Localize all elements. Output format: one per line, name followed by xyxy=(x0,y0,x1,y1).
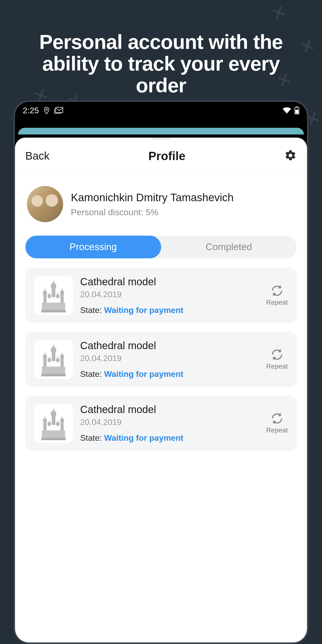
order-thumbnail xyxy=(34,340,73,379)
background-peek xyxy=(18,128,304,134)
svg-rect-4 xyxy=(295,110,298,114)
svg-rect-14 xyxy=(41,310,66,312)
status-bar: 2:25 xyxy=(15,102,307,119)
svg-rect-23 xyxy=(42,366,65,375)
page-title: Profile xyxy=(148,149,185,163)
svg-rect-33 xyxy=(42,430,65,439)
svg-rect-20 xyxy=(61,358,64,367)
profile-section: Kamonichkin Dmitry Tamashevich Personal … xyxy=(15,174,307,233)
tab-bar: Processing Completed xyxy=(25,236,297,258)
repeat-button[interactable]: Repeat xyxy=(266,412,288,434)
svg-rect-1 xyxy=(56,107,63,113)
svg-point-0 xyxy=(46,109,47,110)
repeat-icon xyxy=(271,412,283,425)
cathedral-icon xyxy=(38,279,69,312)
location-icon xyxy=(43,107,50,114)
svg-rect-26 xyxy=(52,416,55,425)
order-thumbnail xyxy=(34,276,73,315)
phone-frame: 2:25 Back Profile xyxy=(13,100,309,644)
repeat-label: Repeat xyxy=(266,362,288,370)
order-title: Cathedral model xyxy=(80,404,259,415)
profile-name: Kamonichkin Dmitry Tamashevich xyxy=(71,191,295,205)
gear-icon xyxy=(284,149,297,162)
svg-point-32 xyxy=(56,422,59,426)
svg-rect-30 xyxy=(61,422,64,431)
tab-completed[interactable]: Completed xyxy=(161,236,297,258)
order-date: 20.04.2019 xyxy=(80,354,259,363)
svg-rect-6 xyxy=(52,288,55,297)
order-state-label: State: xyxy=(80,369,102,379)
svg-point-31 xyxy=(47,422,51,426)
repeat-label: Repeat xyxy=(266,426,288,434)
repeat-icon xyxy=(271,348,283,361)
order-state-label: State: xyxy=(80,305,102,315)
bottom-sheet: Back Profile Kamonichkin Dmitry Tamashev… xyxy=(15,138,307,644)
repeat-button[interactable]: Repeat xyxy=(266,284,288,306)
svg-rect-24 xyxy=(41,374,66,376)
svg-point-12 xyxy=(56,294,59,298)
sheet-handle[interactable] xyxy=(152,138,170,140)
app-bar: Back Profile xyxy=(15,140,307,174)
order-state-value: Waiting for payment xyxy=(104,305,183,315)
order-card[interactable]: Cathedral model 20.04.2019 State: Waitin… xyxy=(25,268,297,323)
svg-rect-18 xyxy=(43,358,47,367)
svg-rect-28 xyxy=(43,422,47,431)
svg-rect-8 xyxy=(43,294,47,303)
order-state-label: State: xyxy=(80,433,102,443)
repeat-label: Repeat xyxy=(266,298,288,306)
battery-icon xyxy=(295,107,299,114)
mail-icon xyxy=(54,107,63,114)
order-title: Cathedral model xyxy=(80,340,259,351)
order-date: 20.04.2019 xyxy=(80,417,259,427)
orders-list: Cathedral model 20.04.2019 State: Waitin… xyxy=(15,268,307,451)
cathedral-icon xyxy=(38,407,69,440)
back-button[interactable]: Back xyxy=(25,150,49,162)
order-state-value: Waiting for payment xyxy=(104,369,183,379)
cathedral-icon xyxy=(38,343,69,376)
order-card[interactable]: Cathedral model 20.04.2019 State: Waitin… xyxy=(25,332,297,387)
order-thumbnail xyxy=(34,404,73,443)
svg-point-11 xyxy=(47,294,51,298)
repeat-button[interactable]: Repeat xyxy=(266,348,288,370)
svg-rect-13 xyxy=(42,303,65,311)
order-state-value: Waiting for payment xyxy=(104,433,183,443)
order-title: Cathedral model xyxy=(80,276,259,288)
wifi-icon xyxy=(282,107,291,114)
order-date: 20.04.2019 xyxy=(80,290,259,299)
svg-rect-10 xyxy=(61,294,64,303)
profile-discount: Personal discount: 5% xyxy=(71,207,295,217)
svg-point-21 xyxy=(47,358,51,362)
settings-button[interactable] xyxy=(284,149,297,163)
svg-rect-34 xyxy=(41,438,66,440)
repeat-icon xyxy=(271,284,283,297)
order-card[interactable]: Cathedral model 20.04.2019 State: Waitin… xyxy=(25,395,297,451)
status-time: 2:25 xyxy=(23,106,39,115)
svg-point-22 xyxy=(56,358,59,362)
avatar[interactable] xyxy=(27,186,63,222)
tab-processing[interactable]: Processing xyxy=(25,236,161,258)
svg-rect-16 xyxy=(52,352,55,361)
